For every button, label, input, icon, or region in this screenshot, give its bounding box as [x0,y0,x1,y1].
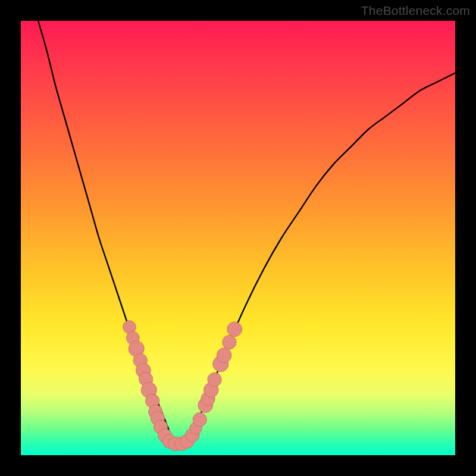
curve-marker [223,336,236,349]
chart-plot-area [21,21,455,455]
bottleneck-curve [38,21,455,443]
curve-markers [123,321,242,451]
curve-marker [208,372,221,386]
chart-frame: TheBottleneck.com [0,0,476,476]
curve-marker [193,412,206,426]
curve-marker [227,322,242,337]
chart-svg [21,21,455,455]
curve-marker [217,348,231,363]
watermark-text: TheBottleneck.com [361,4,470,18]
